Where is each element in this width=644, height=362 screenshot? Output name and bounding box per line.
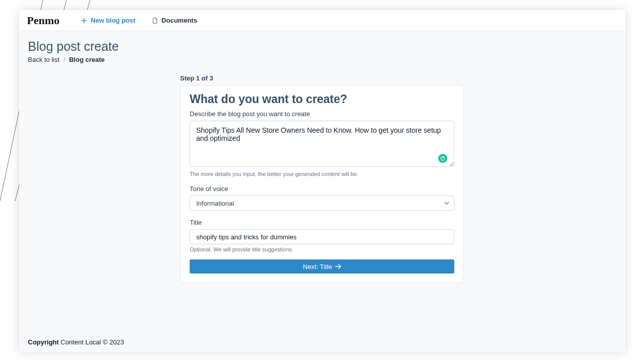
nav-documents[interactable]: Documents	[148, 15, 200, 26]
brand-logo: Penmo	[27, 14, 60, 27]
next-title-button[interactable]: Next: Title	[190, 259, 454, 274]
footer: Copyright Content Local © 2023	[19, 332, 625, 352]
nav-documents-label: Documents	[162, 17, 197, 24]
breadcrumb-current: Blog create	[69, 56, 105, 63]
describe-textarea[interactable]: Shopify Tips All New Store Owners Need t…	[190, 121, 454, 167]
title-hint: Optional. We will provide title suggesti…	[190, 246, 454, 252]
nav-new-blog-post-label: New blog post	[91, 17, 135, 24]
card-heading: What do you want to create?	[190, 93, 454, 106]
next-button-label: Next: Title	[303, 263, 332, 270]
page-header: Blog post create Back to list / Blog cre…	[19, 31, 625, 67]
breadcrumb-separator: /	[61, 56, 67, 63]
describe-label: Describe the blog post you want to creat…	[190, 110, 454, 118]
footer-copyright-rest: Content Local © 2023	[59, 338, 124, 346]
step-indicator: Step 1 of 3	[180, 74, 464, 82]
grammarly-icon	[438, 154, 447, 163]
tone-label: Tone of voice	[190, 185, 454, 193]
footer-copyright-bold: Copyright	[28, 338, 59, 346]
page-title: Blog post create	[28, 39, 616, 54]
arrow-right-icon	[335, 264, 341, 269]
title-label: Title	[190, 219, 454, 226]
app-shell: Penmo New blog post Documents Blog post …	[19, 10, 625, 352]
plus-icon	[80, 17, 88, 24]
document-icon	[151, 17, 158, 24]
main-content: Step 1 of 3 What do you want to create? …	[19, 67, 625, 332]
title-input[interactable]	[190, 229, 454, 244]
breadcrumb-back-link[interactable]: Back to list	[28, 56, 60, 63]
nav-new-blog-post[interactable]: New blog post	[77, 15, 138, 26]
create-card: What do you want to create? Describe the…	[180, 85, 464, 283]
topbar: Penmo New blog post Documents	[19, 10, 625, 31]
describe-hint: The more details you input, the better y…	[190, 171, 454, 177]
breadcrumb: Back to list / Blog create	[28, 56, 616, 63]
top-nav: New blog post Documents	[77, 15, 200, 26]
tone-select[interactable]: Informational	[190, 196, 454, 211]
